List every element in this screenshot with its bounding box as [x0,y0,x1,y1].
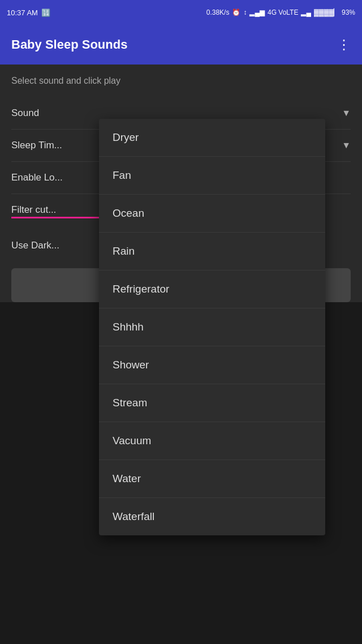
speed: 0.38K/s [206,8,230,16]
sound-label: Sound [11,108,39,119]
sleep-timer-label: Sleep Tim... [11,140,62,151]
dropdown-item-shower[interactable]: Shower [99,346,325,384]
dark-mode-label: Use Dark... [11,240,59,251]
app-bar: Baby Sleep Sounds ⋮ [0,25,362,65]
dropdown-item-refrigerator[interactable]: Refrigerator [99,271,325,308]
dropdown-item-dryer[interactable]: Dryer [99,119,325,157]
app-icon: 🔢 [41,8,50,17]
enable-loop-label: Enable Lo... [11,172,63,183]
sound-dropdown-arrow[interactable]: ▼ [342,108,351,118]
time: 10:37 AM [7,8,38,17]
battery-label: 93% [342,8,355,16]
network-label: 4G VoLTE [268,8,298,16]
sleep-timer-dropdown-arrow[interactable]: ▼ [342,140,351,151]
status-left: 10:37 AM 🔢 [7,8,50,17]
more-options-icon[interactable]: ⋮ [337,37,351,53]
status-bar: 10:37 AM 🔢 0.38K/s ⏰ ↕ ▂▄▆ 4G VoLTE ▂▄ ▓… [0,0,362,25]
status-right: 0.38K/s ⏰ ↕ ▂▄▆ 4G VoLTE ▂▄ ▓▓▓▓▏ 93% [206,8,355,16]
alarm-icon: ⏰ [232,8,240,16]
app-title: Baby Sleep Sounds [11,37,127,52]
filter-cutoff-label: Filter cut... [11,204,56,215]
dropdown-item-shhhh[interactable]: Shhhh [99,308,325,346]
dropdown-item-water[interactable]: Water [99,460,325,498]
dropdown-item-ocean[interactable]: Ocean [99,195,325,233]
signal-icon: ▂▄▆ [249,8,265,16]
sound-dropdown: Dryer Fan Ocean Rain Refrigerator Shhhh … [99,119,325,535]
filter-slider-underline [11,217,102,218]
signal-icon-2: ▂▄ [301,8,311,16]
vibrate-icon: ↕ [243,8,247,16]
dropdown-item-waterfall[interactable]: Waterfall [99,498,325,535]
instruction-text: Select sound and click play [11,76,351,86]
dropdown-item-vacuum[interactable]: Vacuum [99,422,325,460]
dropdown-item-fan[interactable]: Fan [99,157,325,195]
dropdown-item-rain[interactable]: Rain [99,233,325,271]
dropdown-item-stream[interactable]: Stream [99,384,325,422]
battery-icon: ▓▓▓▓▏ [314,8,339,16]
